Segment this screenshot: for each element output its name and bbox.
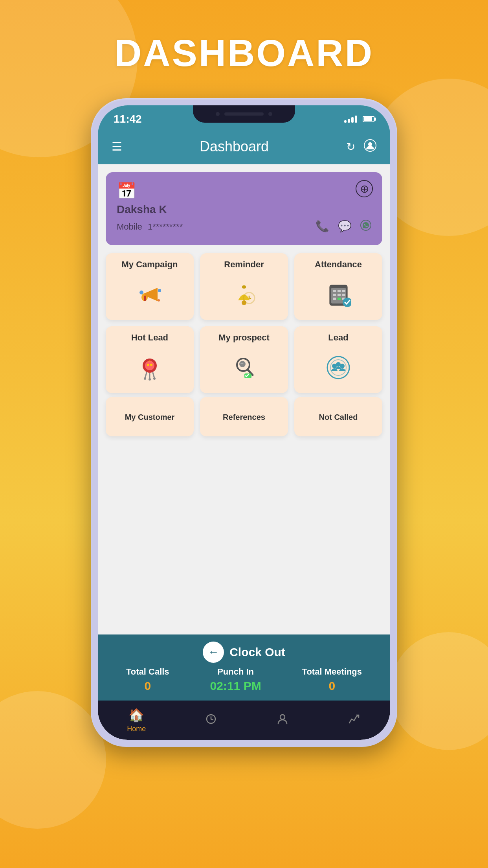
references-label: References (223, 413, 265, 422)
stats-row: Total Calls 0 Punch In 02:11 PM Total Me… (98, 667, 390, 701)
menu-card-lead[interactable]: Lead (294, 326, 382, 393)
svg-point-32 (150, 364, 152, 366)
contact-actions: 📞 💬 (316, 220, 371, 234)
my-campaign-label: My Campaign (121, 259, 178, 270)
svg-rect-23 (338, 298, 341, 300)
svg-point-27 (145, 361, 154, 370)
svg-rect-20 (338, 294, 341, 296)
svg-point-5 (139, 291, 143, 294)
clock-out-bar: ← Clock Out Total Calls 0 Punch In 02:11… (98, 634, 390, 701)
nav-item-profile[interactable] (276, 712, 289, 728)
campaign-icon (136, 274, 163, 314)
svg-rect-21 (342, 294, 345, 296)
whatsapp-icon[interactable] (360, 220, 371, 234)
svg-point-47 (280, 715, 285, 719)
nav-item-chart[interactable] (348, 712, 361, 728)
hot-lead-label: Hot Lead (131, 333, 168, 343)
alarm-icon (204, 712, 218, 728)
total-calls-label: Total Calls (126, 667, 169, 677)
svg-line-13 (249, 298, 251, 299)
chart-icon (348, 712, 361, 728)
svg-point-31 (147, 364, 149, 366)
hamburger-menu-icon[interactable]: ☰ (112, 141, 122, 153)
svg-point-30 (153, 377, 156, 380)
total-calls-value: 0 (144, 679, 151, 693)
grid-menu: My Campaign Reminder (98, 245, 390, 397)
total-meetings-value: 0 (328, 679, 335, 693)
svg-point-29 (149, 378, 151, 381)
svg-rect-8 (144, 296, 146, 301)
total-calls-stat: Total Calls 0 (126, 667, 169, 693)
calendar-icon: 📅 (117, 182, 371, 200)
scroll-content: 📅 ⊕ Daksha K Mobile 1********* 📞 💬 (98, 164, 390, 634)
nav-item-alarm[interactable] (204, 712, 218, 728)
svg-rect-19 (333, 294, 336, 296)
punch-in-label: Punch In (217, 667, 254, 677)
menu-card-hot-lead[interactable]: Hot Lead (106, 326, 194, 393)
my-prospect-label: My prospect (218, 333, 270, 343)
my-customer-label: My Customer (125, 413, 175, 422)
profile-icon (276, 712, 289, 728)
attendance-label: Attendance (315, 259, 362, 270)
menu-card-my-prospect[interactable]: My prospect (200, 326, 288, 393)
punch-in-stat: Punch In 02:11 PM (210, 667, 261, 693)
total-meetings-label: Total Meetings (302, 667, 362, 677)
clock-out-top: ← Clock Out (98, 634, 390, 667)
lead-label: Lead (328, 333, 348, 343)
clock-out-label: Clock Out (229, 645, 285, 659)
clock-out-button[interactable]: ← (203, 642, 224, 663)
home-label: Home (127, 725, 146, 733)
svg-rect-18 (342, 290, 345, 292)
contact-card: 📅 ⊕ Daksha K Mobile 1********* 📞 💬 (106, 172, 382, 245)
not-called-label: Not Called (319, 413, 358, 422)
svg-point-28 (144, 377, 146, 380)
battery-icon (363, 116, 374, 122)
menu-card-not-called[interactable]: Not Called (294, 397, 382, 436)
svg-point-6 (158, 289, 161, 292)
attendance-icon (326, 274, 351, 314)
svg-rect-10 (242, 285, 246, 289)
status-icons (344, 116, 374, 123)
notch (193, 105, 295, 123)
refresh-icon[interactable]: ↻ (346, 140, 355, 153)
svg-point-7 (158, 299, 160, 302)
header-icons: ↻ (346, 139, 376, 154)
home-icon: 🏠 (128, 708, 144, 723)
reminder-label: Reminder (224, 259, 264, 270)
add-contact-button[interactable]: ⊕ (356, 180, 373, 197)
punch-in-value: 02:11 PM (210, 679, 261, 693)
svg-rect-22 (333, 298, 336, 300)
message-icon[interactable]: 💬 (338, 220, 352, 234)
nav-item-home[interactable]: 🏠 Home (127, 708, 146, 733)
status-time: 11:42 (114, 113, 142, 125)
total-meetings-stat: Total Meetings 0 (302, 667, 362, 693)
page-title: DASHBOARD (114, 31, 374, 75)
app-header: ☰ Dashboard ↻ (98, 129, 390, 164)
menu-card-attendance[interactable]: Attendance (294, 253, 382, 320)
phone-icon[interactable]: 📞 (316, 220, 329, 234)
contact-mobile-row: Mobile 1********* 📞 💬 (117, 220, 371, 234)
svg-line-44 (211, 719, 213, 720)
mobile-label: Mobile 1********* (117, 222, 183, 232)
header-title: Dashboard (122, 138, 346, 155)
svg-rect-17 (338, 290, 341, 292)
svg-point-41 (340, 364, 345, 368)
contact-name: Daksha K (117, 203, 371, 216)
reminder-icon (230, 274, 258, 314)
account-icon[interactable] (364, 139, 376, 154)
svg-rect-16 (333, 290, 336, 292)
lead-icon (326, 348, 351, 388)
prospect-icon (231, 348, 257, 388)
menu-card-references[interactable]: References (200, 397, 288, 436)
svg-point-1 (368, 142, 372, 146)
signal-icon (344, 116, 357, 123)
menu-card-my-campaign[interactable]: My Campaign (106, 253, 194, 320)
hot-lead-icon (137, 348, 163, 388)
menu-card-my-customer[interactable]: My Customer (106, 397, 194, 436)
menu-card-reminder[interactable]: Reminder (200, 253, 288, 320)
phone-frame: 11:42 ☰ Dashboard ↻ (91, 98, 397, 747)
bottom-nav: 🏠 Home (98, 701, 390, 740)
partial-menu-row: My Customer References Not Called (98, 397, 390, 436)
